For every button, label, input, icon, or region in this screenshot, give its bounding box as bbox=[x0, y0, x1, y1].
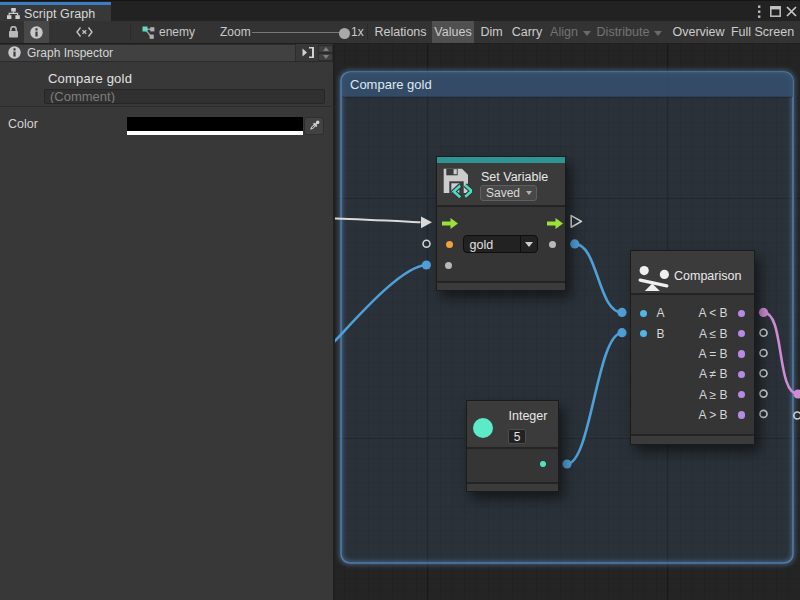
toolbar-button-relations[interactable]: Relations bbox=[371, 21, 430, 43]
code-icon bbox=[76, 27, 93, 37]
edit-source-button[interactable] bbox=[76, 21, 93, 43]
toolbar-button-label: Dim bbox=[480, 25, 502, 39]
toolbar-button-label: Carry bbox=[512, 25, 543, 39]
eyedropper-icon bbox=[308, 119, 321, 132]
node-set-variable[interactable]: Set Variable Saved gold bbox=[436, 156, 566, 291]
toolbar-button-label: Values bbox=[434, 25, 471, 39]
node-integer[interactable]: Integer 5 bbox=[466, 400, 559, 492]
port-aleb[interactable] bbox=[738, 330, 745, 337]
chevron-down-icon bbox=[526, 191, 532, 195]
window-menu-button[interactable] bbox=[754, 1, 764, 22]
integer-value-label: 5 bbox=[514, 430, 521, 444]
inspector-header: Graph Inspector bbox=[0, 44, 333, 62]
graph-owner[interactable]: enemy bbox=[142, 21, 195, 43]
toolbar-button-dim[interactable]: Dim bbox=[477, 21, 506, 43]
zoom-value: 1x bbox=[351, 21, 364, 43]
port-label-aneb: A ≠ B bbox=[699, 367, 728, 381]
variable-name-label: gold bbox=[470, 238, 494, 252]
triangle-up-icon bbox=[323, 47, 329, 51]
lock-button[interactable] bbox=[8, 21, 19, 43]
color-swatch[interactable] bbox=[127, 117, 303, 135]
port-dot-setvar-value[interactable] bbox=[422, 260, 431, 269]
port-dot-integer-out[interactable] bbox=[562, 459, 571, 468]
zoom-label: Zoom bbox=[220, 21, 251, 43]
port-label-b: B bbox=[657, 327, 665, 341]
variable-kind-dropdown[interactable]: Saved bbox=[480, 185, 537, 201]
port-aeqb[interactable] bbox=[738, 350, 745, 357]
integer-value-input[interactable]: 5 bbox=[508, 429, 526, 444]
eyedropper-button[interactable] bbox=[304, 117, 324, 135]
toolbar-button-fullscreen[interactable]: Full Screen bbox=[729, 21, 796, 43]
node-footer bbox=[437, 281, 565, 291]
inspector-header-box[interactable]: Graph Inspector bbox=[0, 44, 296, 62]
zoom-slider-handle[interactable] bbox=[339, 28, 350, 39]
chevron-down-icon bbox=[654, 31, 662, 36]
comment-input[interactable] bbox=[44, 89, 325, 104]
maximize-button[interactable] bbox=[770, 1, 782, 22]
toolbar-button-align[interactable]: Align bbox=[549, 21, 592, 43]
triangle-down-icon bbox=[323, 55, 329, 59]
port-label-a: A bbox=[657, 306, 665, 320]
port-a[interactable] bbox=[640, 310, 647, 317]
node-footer bbox=[467, 482, 558, 492]
graph-canvas[interactable]: Compare gold Set Variable Saved bbox=[335, 44, 800, 600]
kebab-menu-icon bbox=[757, 5, 761, 19]
port-dot-altb[interactable] bbox=[759, 308, 768, 317]
toolbar-button-label: Overview bbox=[672, 25, 724, 39]
divider bbox=[0, 106, 335, 107]
port-label-agtb: A > B bbox=[698, 408, 727, 422]
tab-bar: Script Graph bbox=[0, 0, 800, 21]
control-in-port[interactable] bbox=[442, 218, 458, 229]
port-label-aleb: A ≤ B bbox=[699, 327, 728, 341]
graph-owner-label: enemy bbox=[159, 25, 195, 39]
port-dot-comparison-a[interactable] bbox=[617, 308, 626, 317]
variable-name-dropdown[interactable]: gold bbox=[463, 235, 539, 253]
close-button[interactable] bbox=[785, 1, 797, 22]
toolbar-button-label: Full Screen bbox=[731, 25, 794, 39]
graph-inspector-panel: Graph Inspector Compare gold Color bbox=[0, 44, 335, 600]
comparison-icon bbox=[638, 263, 671, 293]
variable-kind-label: Saved bbox=[486, 186, 520, 200]
port-label-altb: A < B bbox=[698, 306, 727, 320]
node-footer bbox=[631, 434, 754, 445]
toolbar-button-distribute[interactable]: Distribute bbox=[595, 21, 664, 43]
dock-panel-icon[interactable] bbox=[302, 47, 314, 58]
group-title[interactable]: Compare gold bbox=[350, 77, 432, 92]
close-icon bbox=[786, 6, 797, 17]
node-title: Comparison bbox=[674, 269, 741, 283]
maximize-icon bbox=[770, 6, 781, 17]
port-b[interactable] bbox=[640, 330, 647, 337]
port-ageb[interactable] bbox=[738, 391, 745, 398]
control-out-port[interactable] bbox=[547, 218, 563, 229]
graph-asset-icon bbox=[142, 26, 155, 39]
port-label-ageb: A ≥ B bbox=[699, 388, 728, 402]
inspector-header-label: Graph Inspector bbox=[27, 46, 113, 60]
toolbar-button-values[interactable]: Values bbox=[432, 21, 474, 43]
port-variable-name[interactable] bbox=[446, 241, 453, 248]
toolbar-button-label: Align bbox=[550, 25, 578, 39]
inspector-toggle-button[interactable] bbox=[24, 21, 49, 43]
port-altb[interactable] bbox=[738, 310, 745, 317]
toolbar-button-overview[interactable]: Overview bbox=[671, 21, 726, 43]
port-setvar-fallback[interactable] bbox=[445, 262, 452, 269]
zoom-slider[interactable] bbox=[252, 32, 345, 33]
port-aneb[interactable] bbox=[738, 371, 745, 378]
port-setvar-output[interactable] bbox=[549, 241, 556, 248]
color-label: Color bbox=[8, 117, 38, 131]
port-dot-setvar-out[interactable] bbox=[570, 239, 579, 248]
port-integer-output[interactable] bbox=[540, 461, 546, 467]
toolbar-button-carry[interactable]: Carry bbox=[509, 21, 545, 43]
node-comparison[interactable]: Comparison A B A < B A ≤ B A = B A ≠ B A… bbox=[630, 250, 755, 445]
set-variable-icon bbox=[443, 167, 472, 198]
scroll-down-button[interactable] bbox=[318, 53, 333, 61]
node-title: Integer bbox=[509, 409, 548, 423]
port-agtb[interactable] bbox=[738, 411, 745, 418]
integer-literal-icon bbox=[473, 418, 493, 438]
port-dot-comparison-b[interactable] bbox=[617, 328, 626, 337]
scroll-up-button[interactable] bbox=[318, 45, 333, 53]
divider bbox=[520, 236, 521, 252]
node-title: Set Variable bbox=[481, 170, 548, 184]
info-icon bbox=[8, 46, 21, 59]
port-label-aeqb: A = B bbox=[698, 347, 727, 361]
tab-script-graph[interactable]: Script Graph bbox=[0, 2, 111, 22]
